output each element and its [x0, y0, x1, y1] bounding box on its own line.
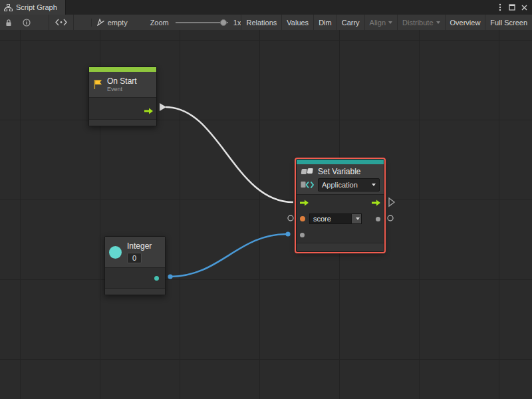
- variable-name-dropdown[interactable]: score: [309, 213, 362, 224]
- flow-output-port[interactable]: [144, 105, 153, 117]
- node-title: On Start: [107, 76, 137, 86]
- integer-output-port[interactable]: [154, 276, 159, 281]
- flag-icon: [93, 79, 103, 90]
- graph-toolbar: empty Zoom 1x Relations Values Dim Carry…: [0, 15, 532, 31]
- zoom-label: Zoom: [150, 19, 169, 27]
- integer-value-field[interactable]: 0: [127, 253, 142, 263]
- selection-indicator: empty: [91, 19, 128, 27]
- flow-input-port[interactable]: [300, 197, 309, 209]
- close-button[interactable]: [519, 2, 529, 13]
- code-brackets-icon: [301, 181, 314, 189]
- info-button[interactable]: [21, 15, 31, 30]
- close-icon: [521, 5, 527, 11]
- node-header[interactable]: On Start Event: [89, 72, 156, 97]
- flow-wire[interactable]: [166, 107, 293, 202]
- lock-icon: [5, 19, 12, 27]
- zoom-value: 1x: [233, 19, 241, 27]
- maximize-button[interactable]: [507, 2, 517, 13]
- dropdown-caret-button[interactable]: [351, 213, 362, 224]
- relations-button[interactable]: Relations: [241, 15, 281, 30]
- overview-button[interactable]: Overview: [445, 15, 485, 30]
- zoom-slider-handle[interactable]: [220, 19, 227, 26]
- flow-output-port[interactable]: [372, 197, 380, 209]
- integer-type-icon: [109, 246, 122, 259]
- flow-output-connector[interactable]: [160, 103, 166, 111]
- info-icon: [23, 19, 31, 27]
- node-header[interactable]: Set Variable Application: [297, 164, 384, 194]
- align-button[interactable]: Align: [364, 15, 397, 30]
- value-wire[interactable]: [170, 234, 287, 277]
- caret-down-icon: [436, 21, 440, 24]
- variable-name-row: score: [297, 211, 384, 227]
- node-title: Integer: [127, 241, 152, 251]
- selection-label: empty: [108, 19, 128, 27]
- angle-brackets-icon: [55, 19, 67, 26]
- full-screen-button[interactable]: Full Screen: [485, 15, 532, 30]
- zoom-slider[interactable]: [176, 18, 228, 27]
- new-value-row: [297, 227, 384, 243]
- variable-scope-dropdown[interactable]: Application: [318, 178, 380, 192]
- variables-icon: [301, 168, 314, 176]
- variable-name-input-port[interactable]: [300, 216, 305, 221]
- value-wire-start-dot: [168, 274, 172, 279]
- node-subtitle: Event: [107, 86, 137, 93]
- variable-name-value[interactable]: score: [309, 213, 351, 224]
- node-ports: [89, 97, 156, 119]
- variable-scope-value: Application: [322, 181, 358, 189]
- tab-title: Script Graph: [16, 3, 57, 11]
- caret-down-icon: [372, 184, 376, 186]
- flow-arrow-icon: [372, 200, 380, 206]
- graph-canvas[interactable]: On Start Event: [0, 30, 532, 399]
- tab-script-graph[interactable]: Script Graph: [0, 0, 66, 15]
- maximize-icon: [509, 4, 515, 11]
- script-graph-window: Script Graph: [0, 0, 532, 399]
- wire-layer: [0, 30, 532, 399]
- lock-button[interactable]: [4, 15, 13, 30]
- node-header[interactable]: Integer 0: [105, 237, 165, 267]
- variable-value-output-port[interactable]: [376, 217, 380, 221]
- node-title: Set Variable: [318, 167, 360, 176]
- value-wire-end-dot: [285, 231, 290, 236]
- node-on-start[interactable]: On Start Event: [88, 66, 157, 126]
- carry-button[interactable]: Carry: [336, 15, 364, 30]
- flow-arrow-icon: [144, 108, 153, 114]
- kebab-menu-icon: [499, 3, 501, 11]
- dim-button[interactable]: Dim: [313, 15, 336, 30]
- node-set-variable[interactable]: Set Variable Application: [296, 159, 384, 252]
- window-controls: [495, 0, 532, 15]
- code-view-button[interactable]: [49, 15, 74, 30]
- node-footer: [297, 243, 384, 251]
- distribute-button[interactable]: Distribute: [397, 15, 444, 30]
- titlebar: Script Graph: [0, 0, 532, 15]
- flow-port-row: [297, 195, 384, 211]
- node-ports: [105, 267, 165, 288]
- value-output-connector[interactable]: [388, 215, 393, 221]
- node-footer: [89, 119, 156, 126]
- event-accent-bar: [89, 67, 156, 72]
- node-integer[interactable]: Integer 0: [104, 236, 166, 295]
- flow-arrow-icon: [300, 200, 309, 206]
- caret-down-icon: [388, 21, 392, 24]
- pointer-icon: [97, 19, 104, 26]
- toolbar-buttons: Relations Values Dim Carry Align Distrib…: [241, 15, 532, 30]
- graph-icon: [4, 4, 13, 11]
- flow-output-connector-hollow[interactable]: [389, 198, 394, 206]
- value-input-connector[interactable]: [288, 215, 293, 221]
- caret-down-icon: [356, 217, 360, 220]
- new-value-input-port[interactable]: [300, 233, 305, 237]
- window-menu-button[interactable]: [495, 2, 505, 13]
- node-footer: [105, 288, 165, 295]
- node-ports: score: [297, 194, 384, 243]
- values-button[interactable]: Values: [281, 15, 313, 30]
- variable-accent-bar: [297, 160, 384, 164]
